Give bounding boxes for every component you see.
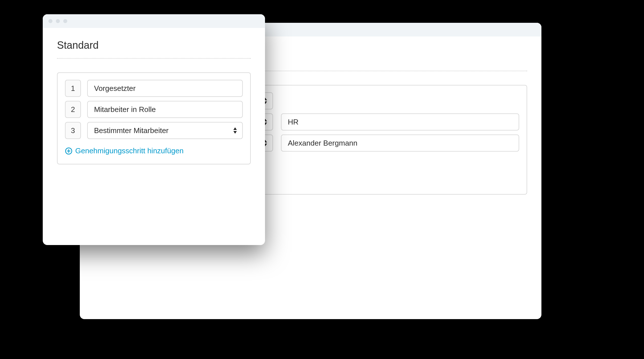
approver-type-label: Bestimmter Mitarbeiter <box>94 126 169 135</box>
step-row: 1 Vorgesetzter <box>65 80 243 97</box>
stepper-icon <box>233 127 237 134</box>
add-step-label: Genehmigungsschritt hinzufügen <box>75 146 184 155</box>
approver-type-select[interactable]: Mitarbeiter in Rolle <box>87 101 243 118</box>
step-row: 3 Bestimmter Mitarbeiter <box>65 122 243 139</box>
traffic-light-dot <box>56 19 60 23</box>
approver-type-label: Vorgesetzter <box>94 84 136 93</box>
step-number: 3 <box>65 122 81 139</box>
approver-value-label: HR <box>288 118 299 127</box>
foreground-window: Standard 1 Vorgesetzter 2 Mitarbeiter in… <box>43 14 265 245</box>
step-number: 2 <box>65 101 81 118</box>
titlebar <box>43 14 265 28</box>
approver-value-select[interactable]: HR <box>281 113 519 130</box>
front-content: Standard 1 Vorgesetzter 2 Mitarbeiter in… <box>43 28 265 179</box>
approver-value-select[interactable]: Alexander Bergmann <box>281 134 519 152</box>
plus-circle-icon <box>65 147 72 155</box>
steps-panel: 1 Vorgesetzter 2 Mitarbeiter in Rolle 3 … <box>57 72 251 164</box>
approver-type-select[interactable]: Vorgesetzter <box>87 80 243 97</box>
divider <box>57 58 251 59</box>
step-number: 1 <box>65 80 81 97</box>
approver-value-label: Alexander Bergmann <box>288 139 357 148</box>
traffic-light-dot <box>63 19 67 23</box>
page-title: Standard <box>57 39 251 51</box>
traffic-light-dot <box>48 19 52 23</box>
step-row: 2 Mitarbeiter in Rolle <box>65 101 243 118</box>
approver-type-label: Mitarbeiter in Rolle <box>94 105 156 114</box>
approver-type-select[interactable]: Bestimmter Mitarbeiter <box>87 122 243 139</box>
add-step-button[interactable]: Genehmigungsschritt hinzufügen <box>65 146 184 155</box>
